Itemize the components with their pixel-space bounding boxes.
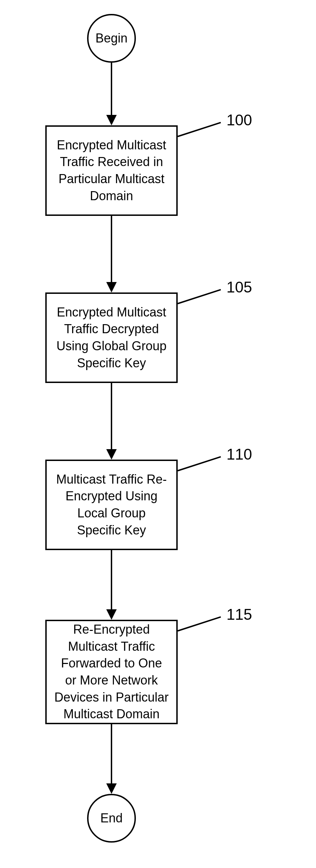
- leader-line-100: [177, 122, 221, 137]
- terminal-end-label: End: [100, 811, 123, 826]
- svg-marker-5: [106, 449, 117, 460]
- ref-label-105: 105: [226, 279, 252, 296]
- terminal-end: End: [87, 794, 136, 843]
- terminal-begin: Begin: [87, 14, 136, 63]
- leader-line-105: [177, 289, 221, 304]
- ref-label-110: 110: [226, 446, 252, 463]
- ref-label-115: 115: [226, 606, 252, 623]
- process-step-115-text: Re-Encrypted Multicast Traffic Forwarded…: [54, 621, 169, 723]
- process-step-105: Encrypted Multicast Traffic Decrypted Us…: [45, 292, 178, 383]
- svg-marker-7: [106, 609, 117, 620]
- arrow-100-to-105: [105, 216, 118, 292]
- process-step-115: Re-Encrypted Multicast Traffic Forwarded…: [45, 620, 178, 724]
- flowchart-canvas: Begin Encrypted Multicast Traffic Receiv…: [0, 0, 316, 868]
- terminal-begin-label: Begin: [95, 31, 128, 46]
- ref-label-100: 100: [226, 111, 252, 129]
- arrow-115-to-end: [105, 724, 118, 794]
- svg-marker-1: [106, 115, 117, 125]
- process-step-100-text: Encrypted Multicast Traffic Received in …: [54, 137, 169, 204]
- svg-marker-3: [106, 282, 117, 292]
- process-step-110: Multicast Traffic Re-Encrypted Using Loc…: [45, 460, 178, 550]
- leader-line-110: [177, 456, 221, 471]
- arrow-110-to-115: [105, 550, 118, 620]
- svg-marker-9: [106, 783, 117, 794]
- arrow-begin-to-100: [105, 63, 118, 125]
- arrow-105-to-110: [105, 383, 118, 460]
- process-step-100: Encrypted Multicast Traffic Received in …: [45, 125, 178, 216]
- leader-line-115: [177, 616, 221, 632]
- process-step-105-text: Encrypted Multicast Traffic Decrypted Us…: [54, 304, 169, 372]
- process-step-110-text: Multicast Traffic Re-Encrypted Using Loc…: [54, 471, 169, 539]
